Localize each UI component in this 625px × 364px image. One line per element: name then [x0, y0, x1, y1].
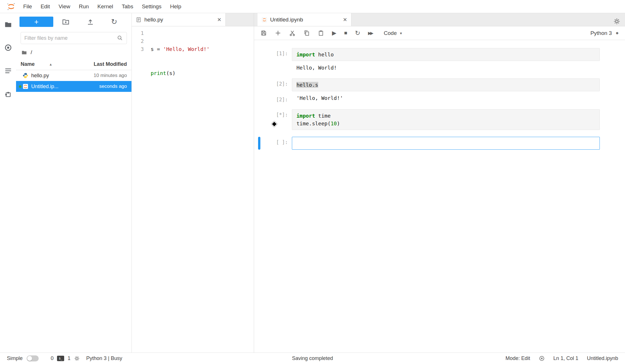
file-row-untitled-ipynb[interactable]: Untitled.ip... seconds ago [16, 81, 131, 92]
text-file-icon [136, 17, 141, 23]
status-bar: Simple 0 $_ 1 Python 3 | Busy Saving com… [0, 353, 625, 364]
refresh-icon[interactable]: ↻ [111, 18, 117, 26]
restart-run-all-icon[interactable]: ▶▶ [368, 30, 374, 36]
file-browser-icon[interactable] [4, 21, 12, 28]
file-list-header: Name ▲ Last Modified [16, 59, 131, 70]
line-number: 1 [132, 29, 144, 37]
tab-hello-py[interactable]: hello.py ✕ [132, 13, 226, 26]
code-line: import time [296, 112, 595, 120]
file-name: Untitled.ip... [31, 84, 99, 90]
close-tab-icon[interactable]: ✕ [343, 17, 347, 23]
editor-code-area[interactable]: s = 'Hello, World!' print(s) [148, 26, 210, 353]
tab-untitled-ipynb[interactable]: Untitled.ipynb ✕ [258, 13, 351, 26]
cell-output: Hello, World! [292, 64, 600, 72]
kernel-busy-indicator-icon: ● [616, 30, 619, 36]
output-collapser[interactable] [258, 94, 260, 102]
notebook-cells: [1]: import hello Hello, World! [2]: hel… [254, 40, 625, 353]
notebook-cell-2: [2]: hello.s [2]: 'Hello, World!' [254, 78, 625, 102]
copy-cell-icon[interactable] [303, 30, 310, 36]
notebook-cell-4: [ ]: [254, 137, 625, 150]
table-of-contents-icon[interactable] [4, 67, 12, 75]
kernel-status-text[interactable]: Python 3 | Busy [86, 355, 122, 361]
run-cell-icon[interactable]: ▶ [332, 30, 336, 36]
menu-settings[interactable]: Settings [137, 3, 166, 10]
kernel-selector[interactable]: Python 3 ● [590, 30, 619, 36]
kernel-name: Python 3 [590, 30, 612, 36]
cell-collapser[interactable] [258, 109, 260, 130]
restart-kernel-icon[interactable]: ↻ [355, 30, 360, 36]
breadcrumb: / [16, 46, 131, 59]
input-prompt: [1]: [260, 48, 292, 61]
cell-output: 'Hello, World!' [292, 94, 600, 102]
menu-file[interactable]: File [19, 3, 36, 10]
output-prompt: [2]: [260, 94, 292, 102]
status-circle-icon[interactable] [539, 355, 545, 361]
kernels-count: 1 [68, 355, 70, 361]
editor-tab-bar: hello.py ✕ [132, 13, 254, 26]
settings-gear-icon[interactable] [613, 18, 620, 25]
close-tab-icon[interactable]: ✕ [217, 17, 221, 23]
cell-type-dropdown[interactable]: Code ▾ [384, 30, 402, 36]
cursor-position[interactable]: Ln 1, Col 1 [553, 355, 578, 361]
notebook-panel: Untitled.ipynb ✕ [254, 13, 625, 353]
menu-view[interactable]: View [54, 3, 74, 10]
active-file-name: Untitled.ipynb [587, 355, 618, 361]
home-folder-icon[interactable] [21, 50, 27, 56]
extension-manager-icon[interactable] [4, 90, 12, 98]
file-browser-panel: + ↻ / [16, 13, 132, 353]
notebook-toolbar: ▶ ■ ↻ ▶▶ Code ▾ Python 3 ● [254, 26, 625, 40]
add-cell-icon[interactable] [275, 30, 281, 36]
cut-cell-icon[interactable] [289, 30, 296, 36]
cell-input[interactable]: hello.s [292, 78, 600, 91]
input-prompt: [2]: [260, 78, 292, 91]
notebook-file-icon [22, 83, 29, 90]
code-editor[interactable]: 1 2 3 s = 'Hello, World!' print(s) [132, 26, 254, 353]
line-number-gutter: 1 2 3 [132, 26, 148, 353]
search-icon [117, 35, 123, 41]
running-kernels-icon[interactable] [4, 44, 12, 52]
notebook-tab-bar: Untitled.ipynb ✕ [254, 13, 625, 26]
upload-icon[interactable] [87, 18, 94, 26]
file-row-hello-py[interactable]: hello.py 10 minutes ago [16, 70, 131, 81]
toggle-knob [27, 356, 32, 361]
cell-input[interactable]: import timetime.sleep(10) [292, 109, 600, 130]
cell-collapser[interactable] [258, 48, 260, 61]
code-line-2: print(s) [151, 69, 210, 77]
menu-run[interactable]: Run [74, 3, 93, 10]
line-number: 2 [132, 37, 144, 45]
stop-kernel-icon[interactable]: ■ [344, 30, 347, 36]
file-name: hello.py [31, 73, 94, 79]
cell-input[interactable]: import hello [292, 48, 600, 61]
status-message: Saving completed [292, 355, 333, 361]
new-launcher-button[interactable]: + [19, 17, 53, 27]
input-prompt: [*]: [260, 109, 292, 130]
active-cell-collapser[interactable] [258, 137, 260, 150]
output-prompt [260, 64, 292, 72]
notebook-cell-3: [*]: import timetime.sleep(10) [254, 109, 625, 130]
run-indicator-slot [18, 85, 22, 88]
column-last-modified[interactable]: Last Modified [94, 61, 127, 67]
file-last-modified: 10 minutes ago [94, 73, 127, 78]
simple-mode-toggle[interactable] [27, 355, 39, 361]
paste-cell-icon[interactable] [318, 30, 324, 36]
menu-kernel[interactable]: Kernel [93, 3, 117, 10]
column-name[interactable]: Name ▲ [21, 61, 52, 67]
filter-files-box [21, 32, 127, 44]
file-browser-toolbar: + ↻ [16, 13, 131, 29]
code-line-1: s = 'Hello, World!' [151, 45, 210, 53]
cell-collapser[interactable] [258, 78, 260, 91]
new-folder-icon[interactable] [62, 18, 70, 26]
output-collapser[interactable] [258, 64, 260, 72]
active-cell-input[interactable] [292, 137, 600, 150]
menu-edit[interactable]: Edit [36, 3, 54, 10]
tab-title: hello.py [144, 17, 214, 23]
status-bar-right: Mode: Edit Ln 1, Col 1 Untitled.ipynb [506, 355, 618, 361]
menu-help[interactable]: Help [166, 3, 186, 10]
breadcrumb-root[interactable]: / [31, 49, 32, 56]
filter-files-input[interactable] [24, 35, 117, 41]
line-number: 3 [132, 45, 144, 53]
kernel-running-dot [19, 85, 21, 88]
save-icon[interactable] [260, 30, 267, 36]
menu-tabs[interactable]: Tabs [117, 3, 137, 10]
chevron-down-icon: ▾ [400, 31, 402, 35]
